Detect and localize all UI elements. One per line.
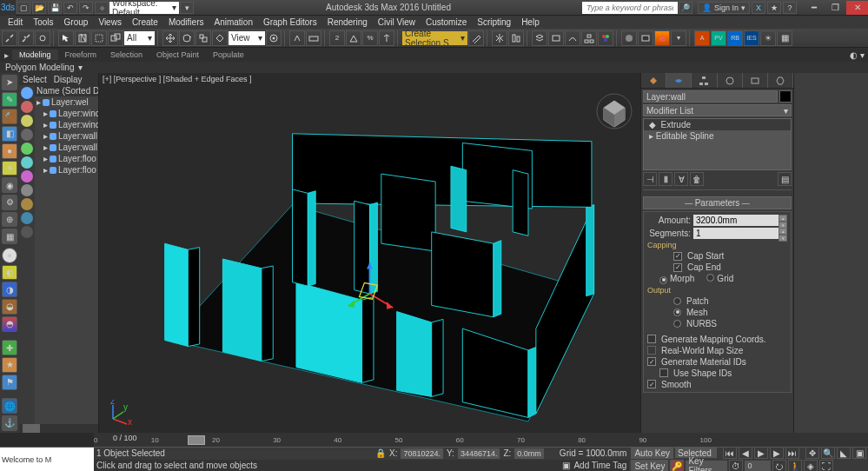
- pv-icon[interactable]: PV: [711, 30, 726, 46]
- modifier-stack[interactable]: ◆ Extrude ▸ Editable Spline: [643, 118, 792, 170]
- isolate-icon[interactable]: ▣: [562, 461, 570, 470]
- current-frame-field[interactable]: 0: [745, 461, 771, 471]
- object-color-swatch[interactable]: [779, 90, 792, 103]
- menu-rendering[interactable]: Rendering: [323, 17, 372, 28]
- stack-item-spline[interactable]: ▸ Editable Spline: [644, 130, 791, 142]
- spinner-snap-icon[interactable]: [379, 30, 394, 46]
- vtool-star-icon[interactable]: ★: [2, 357, 17, 373]
- cmdtab-modify-icon[interactable]: [666, 73, 692, 88]
- time-tag-button[interactable]: Add Time Tag: [573, 461, 626, 470]
- gen-mapping-checkbox[interactable]: Generate Mapping Coords.: [647, 335, 787, 344]
- ref-coord-dropdown[interactable]: View▾: [229, 31, 265, 45]
- scene-hscroll[interactable]: [19, 424, 98, 433]
- schematic-view-icon[interactable]: [581, 30, 597, 46]
- redo-icon[interactable]: ↷: [79, 2, 93, 14]
- filter-cam-icon[interactable]: [21, 129, 33, 141]
- gen-matids-checkbox[interactable]: ✓Generate Material IDs: [647, 357, 787, 367]
- vtool-hammer-icon[interactable]: 🔨: [2, 109, 17, 124]
- vtool-blue-icon[interactable]: ◑: [2, 282, 17, 297]
- vtool-white-icon[interactable]: ●: [2, 248, 17, 263]
- render-setup-icon[interactable]: [621, 30, 637, 46]
- filter-xref-icon[interactable]: [21, 198, 33, 210]
- scene-tree[interactable]: Name (Sorted Descen ▸Layer:wel ▸Layer:wi…: [35, 85, 98, 424]
- cap-end-checkbox[interactable]: ✓Cap End: [647, 262, 787, 272]
- vtool-plus-icon[interactable]: ✚: [2, 340, 17, 355]
- tool-extra-icon[interactable]: ▦: [777, 30, 792, 46]
- vtool-yellow-icon[interactable]: ◐: [2, 265, 17, 281]
- nav-zoom-icon[interactable]: 🔍: [821, 447, 835, 459]
- tree-item[interactable]: ▸Layer:winc: [35, 108, 98, 119]
- cmdtab-hierarchy-icon[interactable]: [692, 73, 717, 88]
- remove-mod-icon[interactable]: 🗑: [690, 172, 704, 186]
- keyboard-icon[interactable]: [306, 30, 321, 46]
- tree-item[interactable]: ▸Layer:wel: [35, 96, 98, 108]
- tree-column-header[interactable]: Name (Sorted Descen: [35, 85, 98, 96]
- cmdtab-display-icon[interactable]: [743, 73, 768, 88]
- cmdtab-motion-icon[interactable]: [718, 73, 743, 88]
- lock-icon[interactable]: 🔒: [375, 448, 386, 458]
- timeconfig-icon[interactable]: ⏱: [729, 460, 743, 471]
- vtool-select-icon[interactable]: ➤: [2, 75, 17, 90]
- rotate-icon[interactable]: [179, 30, 195, 46]
- pin-stack-icon[interactable]: ⊣: [643, 172, 657, 186]
- manipulate-icon[interactable]: [289, 30, 305, 46]
- tab-freeform[interactable]: Freeform: [58, 50, 104, 60]
- morph-radio[interactable]: Morph: [659, 274, 694, 284]
- search-icon[interactable]: 🔎: [679, 2, 692, 14]
- workspace-dropdown[interactable]: Workspace: Default▾: [109, 2, 179, 14]
- coord-x-field[interactable]: 70810224.: [401, 448, 443, 459]
- amount-spinner[interactable]: 3200.0mm▴▾: [693, 215, 787, 226]
- maxscript-listener[interactable]: Welcome to M: [0, 448, 94, 471]
- mesh-radio[interactable]: Mesh: [647, 308, 787, 317]
- link-icon[interactable]: ⟐: [95, 2, 109, 14]
- ribbon-band-label[interactable]: Polygon Modeling▾: [0, 62, 868, 73]
- nav-orbit-icon[interactable]: ⭮: [772, 460, 786, 471]
- nav-pan-icon[interactable]: ✥: [805, 447, 819, 459]
- tree-item[interactable]: ▸Layer:floo: [35, 153, 98, 164]
- menu-scripting[interactable]: Scripting: [473, 17, 515, 28]
- vtool-sphere-icon[interactable]: ●: [2, 143, 17, 159]
- close-button[interactable]: ✕: [846, 1, 868, 15]
- tree-item[interactable]: ▸Layer:winc: [35, 119, 98, 130]
- filter-light-icon[interactable]: [21, 115, 33, 127]
- workspace-opt-icon[interactable]: ▾: [180, 2, 194, 14]
- filter-space-icon[interactable]: [21, 156, 33, 169]
- tab-objectpaint[interactable]: Object Paint: [149, 50, 206, 60]
- patch-radio[interactable]: Patch: [647, 296, 787, 306]
- menu-help[interactable]: Help: [517, 17, 544, 28]
- snap-2d-icon[interactable]: 2: [329, 30, 345, 46]
- undo-icon[interactable]: ↶: [63, 2, 77, 14]
- goto-end-icon[interactable]: ⏭: [785, 447, 799, 459]
- viewcube[interactable]: [595, 92, 633, 130]
- align-icon[interactable]: [508, 30, 524, 46]
- vtool-snap-icon[interactable]: ⊕: [2, 212, 17, 228]
- menu-modifiers[interactable]: Modifiers: [164, 17, 209, 28]
- modifier-list-dropdown[interactable]: Modifier List▾: [643, 104, 792, 116]
- menu-civilview[interactable]: Civil View: [374, 17, 420, 28]
- configure-icon[interactable]: ▤: [778, 172, 792, 186]
- render-frame-icon[interactable]: [638, 30, 653, 46]
- stack-item-extrude[interactable]: ◆ Extrude: [644, 119, 791, 130]
- snap-percent-icon[interactable]: %: [362, 30, 378, 46]
- scene-select-menu[interactable]: Select: [23, 75, 47, 84]
- filter-geom-icon[interactable]: [21, 87, 33, 99]
- make-unique-icon[interactable]: ∀: [674, 172, 688, 186]
- tab-selection[interactable]: Selection: [103, 50, 149, 60]
- select-object-icon[interactable]: [58, 30, 74, 46]
- unlink-icon[interactable]: [18, 30, 34, 46]
- filter-shape-icon[interactable]: [21, 101, 33, 113]
- placement-icon[interactable]: [212, 30, 228, 46]
- nurbs-radio[interactable]: NURBS: [647, 319, 787, 328]
- filter-helper-icon[interactable]: [21, 143, 33, 155]
- curve-editor-icon[interactable]: [565, 30, 580, 46]
- select-name-icon[interactable]: N: [75, 30, 90, 46]
- coord-z-field[interactable]: 0.0mm: [514, 448, 544, 459]
- render-view-icon[interactable]: ▾: [671, 30, 686, 46]
- ribbon-expand-icon[interactable]: ▸: [0, 50, 12, 60]
- filter-hidden-icon[interactable]: [21, 226, 33, 238]
- menu-tools[interactable]: Tools: [29, 17, 57, 28]
- mirror-icon[interactable]: [492, 30, 507, 46]
- next-frame-icon[interactable]: ▶: [770, 447, 784, 459]
- tree-item[interactable]: ▸Layer:wall: [35, 142, 98, 153]
- bind-icon[interactable]: [35, 30, 50, 46]
